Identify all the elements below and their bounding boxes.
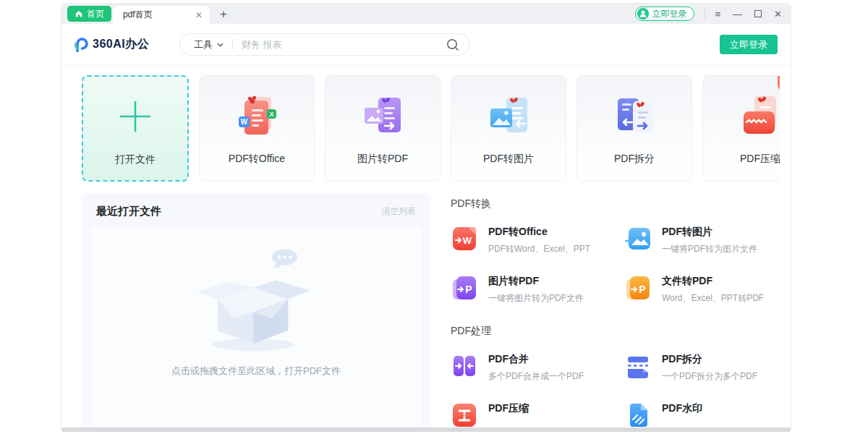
- app-header: 360AI办公 工具 立即登录: [61, 24, 791, 66]
- tool-desc: 一键将PDF转为图片文件: [662, 243, 757, 255]
- card-label: 打开文件: [115, 153, 156, 166]
- pdf-to-image-card[interactable]: PDF转图片: [451, 75, 566, 182]
- titlebar-right: 立即登录 ≡ — ✕: [635, 4, 783, 24]
- compress-red-icon: [451, 401, 478, 427]
- new-tab-icon[interactable]: +: [220, 8, 227, 20]
- clear-list-button[interactable]: 清空列表: [381, 205, 416, 218]
- pdf-to-office-icon: W X: [231, 90, 283, 142]
- search-input[interactable]: [242, 39, 446, 50]
- card-label: PDF拆分: [614, 153, 655, 166]
- tool-title: 文件转PDF: [662, 275, 764, 288]
- plus-icon: [116, 98, 154, 135]
- svg-text:P: P: [639, 284, 645, 295]
- image-to-pdf-icon: [357, 90, 409, 142]
- pdf-compress-icon: [734, 90, 780, 142]
- tool-desc: PDF转Word、Excel、PPT: [488, 243, 590, 255]
- word-red-icon: W: [451, 225, 478, 252]
- image-blue-icon: [624, 225, 652, 252]
- tool-pdf-merge[interactable]: PDF合并 多个PDF合并成一个PDF: [451, 352, 624, 383]
- tool-title: PDF水印: [662, 402, 702, 415]
- section-title-process: PDF处理: [451, 325, 780, 338]
- logo-text: 360AI办公: [93, 37, 149, 52]
- recent-files-header: 最近打开文件 清空列表: [82, 193, 430, 227]
- minimize-icon[interactable]: —: [733, 9, 742, 19]
- convert-tools-grid: W PDF转Office PDF转Word、Excel、PPT: [451, 225, 780, 305]
- window-controls: ≡ — ✕: [715, 9, 783, 19]
- merge-purple-icon: [451, 352, 478, 380]
- svg-text:P: P: [465, 284, 472, 295]
- tab-label: pdf首页: [123, 9, 195, 21]
- tab-home-label: 首页: [87, 8, 104, 20]
- watermark-blue-icon: [624, 401, 652, 427]
- tool-desc: Word、Excel、PPT转PDF: [662, 292, 764, 305]
- card-label: PDF转图片: [483, 153, 534, 166]
- svg-text:W: W: [463, 235, 472, 246]
- tool-title: 图片转PDF: [488, 275, 584, 288]
- close-window-icon[interactable]: ✕: [774, 9, 782, 19]
- file-drop-zone[interactable]: 点击或拖拽文件至此区域，打开PDF文件: [90, 227, 422, 427]
- split-blue-icon: [624, 352, 652, 380]
- tool-desc: 一键将图片转为PDF文件: [488, 292, 584, 305]
- p-purple-icon: P: [451, 274, 478, 302]
- image-to-pdf-card[interactable]: 图片转PDF: [325, 75, 441, 182]
- section-title-convert: PDF转换: [451, 197, 780, 210]
- divider: [232, 39, 233, 50]
- tool-title: PDF转Office: [488, 226, 590, 239]
- card-label: 图片转PDF: [357, 153, 408, 166]
- pdf-split-icon: [608, 90, 660, 142]
- close-icon[interactable]: ✕: [195, 11, 203, 20]
- tool-title: PDF压缩: [488, 402, 529, 415]
- divider: [705, 9, 705, 19]
- open-file-card[interactable]: 打开文件: [82, 75, 189, 182]
- tool-image-to-pdf[interactable]: P 图片转PDF 一键将图片转为PDF文件: [451, 274, 624, 305]
- tab-pdf-home[interactable]: pdf首页 ✕: [113, 6, 210, 24]
- search-bar[interactable]: 工具: [179, 33, 470, 56]
- window-bottom-edge: [61, 427, 791, 432]
- pdf-to-image-icon: [482, 90, 535, 142]
- tool-file-to-pdf[interactable]: P 文件转PDF Word、Excel、PPT转PDF: [624, 274, 780, 305]
- home-icon: [75, 9, 83, 18]
- empty-box-illustration: [186, 246, 327, 354]
- tool-pdf-watermark[interactable]: PDF水印: [624, 401, 780, 427]
- recent-files-panel: 最近打开文件 清空列表 点击或拖拽文件至此区域，打开PDF文件: [82, 193, 430, 427]
- tools-panel: PDF转换 W PDF转Office PDF转Wor: [440, 193, 780, 427]
- tool-desc: 一个PDF拆分为多个PDF: [662, 370, 757, 383]
- chevron-down-icon: [217, 43, 224, 47]
- tool-pdf-compress[interactable]: PDF压缩: [451, 401, 624, 427]
- tool-pdf-to-office[interactable]: W PDF转Office PDF转Word、Excel、PPT: [451, 225, 624, 255]
- pdf-compress-card[interactable]: 新功能 PDF压缩: [702, 75, 780, 182]
- app-window: 首页 pdf首页 ✕ + 立即登录 ≡ — ✕: [61, 4, 791, 427]
- logo-icon: [72, 36, 88, 52]
- menu-icon[interactable]: ≡: [715, 9, 721, 19]
- tool-title: PDF合并: [488, 353, 584, 366]
- titlebar-login-button[interactable]: 立即登录: [635, 7, 694, 21]
- recent-files-title: 最近打开文件: [96, 205, 161, 218]
- pdf-split-card[interactable]: PDF拆分: [576, 75, 692, 182]
- titlebar-login-label: 立即登录: [652, 8, 687, 20]
- tool-pdf-split[interactable]: PDF拆分 一个PDF拆分为多个PDF: [624, 352, 780, 383]
- app-logo: 360AI办公: [72, 36, 149, 52]
- drop-zone-hint: 点击或拖拽文件至此区域，打开PDF文件: [171, 365, 341, 378]
- tab-home[interactable]: 首页: [67, 6, 111, 22]
- maximize-icon[interactable]: [754, 10, 762, 17]
- p-orange-icon: P: [624, 274, 652, 302]
- search-icon[interactable]: [446, 38, 459, 51]
- svg-text:W: W: [241, 118, 248, 126]
- card-label: PDF压缩: [740, 153, 780, 166]
- search-category-dropdown[interactable]: 工具: [194, 38, 224, 51]
- process-tools-grid: PDF合并 多个PDF合并成一个PDF PDF拆分: [451, 352, 780, 427]
- user-icon: [637, 8, 649, 20]
- tab-bar: 首页 pdf首页 ✕ + 立即登录 ≡ — ✕: [61, 4, 791, 24]
- tool-title: PDF拆分: [662, 353, 757, 366]
- card-label: PDF转Office: [229, 153, 285, 166]
- svg-text:X: X: [269, 111, 273, 118]
- login-button[interactable]: 立即登录: [720, 35, 778, 54]
- quick-action-cards: 打开文件 W X PDF转Office: [82, 75, 780, 184]
- tool-pdf-to-image[interactable]: PDF转图片 一键将PDF转为图片文件: [624, 225, 780, 255]
- tool-title: PDF转图片: [662, 226, 757, 239]
- search-category-label: 工具: [194, 38, 213, 51]
- tool-desc: 多个PDF合并成一个PDF: [488, 370, 584, 383]
- app-screenshot: 首页 pdf首页 ✕ + 立即登录 ≡ — ✕: [0, 0, 868, 434]
- pdf-to-office-card[interactable]: W X PDF转Office: [199, 75, 315, 182]
